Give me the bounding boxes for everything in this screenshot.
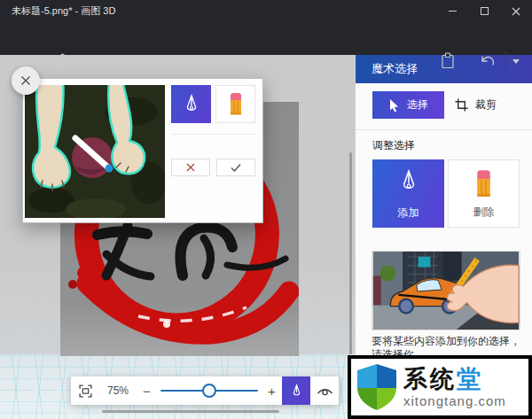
- confirm-selection-button[interactable]: [216, 159, 255, 176]
- undo-button[interactable]: [480, 54, 496, 67]
- popup-divider: [171, 134, 255, 135]
- select-tool-label: 选择: [407, 97, 428, 113]
- popup-erase-button[interactable]: [215, 85, 255, 123]
- watermark-domain: xitongtang.com: [403, 394, 506, 407]
- watermark-text: 系统堂 xitongtang.com: [403, 368, 506, 407]
- crop-tool-button[interactable]: 裁剪: [450, 91, 502, 119]
- preview-button[interactable]: [310, 376, 339, 405]
- horizontal-scrollbar[interactable]: [102, 410, 279, 413]
- history-dropdown[interactable]: [512, 59, 520, 64]
- selection-photo[interactable]: [25, 85, 165, 218]
- toolbar-separator: [505, 51, 506, 69]
- fit-to-screen-button[interactable]: [71, 376, 99, 405]
- magic-pen-icon: [290, 384, 303, 399]
- check-icon: [231, 163, 241, 172]
- vertical-scrollbar[interactable]: [349, 152, 352, 354]
- 3d-view-button[interactable]: [55, 53, 70, 68]
- window-controls: [436, 0, 532, 22]
- paste-button[interactable]: [441, 52, 455, 69]
- maximize-button[interactable]: [468, 0, 500, 22]
- crop-tool-label: 裁剪: [475, 97, 497, 113]
- crop-icon: [455, 98, 468, 112]
- window-title: 未标题-5.png* - 画图 3D: [0, 4, 115, 18]
- remove-from-selection-tile[interactable]: 删除: [448, 159, 520, 228]
- zoom-level: 75%: [99, 384, 137, 397]
- select-tool-button[interactable]: 选择: [372, 91, 444, 119]
- cursor-icon: [388, 98, 400, 113]
- add-to-selection-tile[interactable]: 添加: [372, 159, 444, 228]
- maximize-icon: [481, 7, 489, 15]
- x-icon: [186, 163, 195, 172]
- paint3d-window: 未标题-5.png* - 画图 3D: [0, 0, 532, 419]
- app-toolbar: [0, 22, 532, 55]
- chevron-down-icon: [75, 59, 82, 64]
- magic-select-illustration: [372, 251, 520, 330]
- draw-mode-button[interactable]: [282, 376, 310, 405]
- magic-pen-icon: [397, 168, 420, 195]
- delete-tile-label: 删除: [473, 205, 495, 220]
- undo-icon: [480, 54, 496, 67]
- minimize-icon: [449, 11, 457, 12]
- fit-screen-icon: [78, 384, 93, 399]
- menu-button[interactable]: [14, 55, 30, 66]
- minimize-button[interactable]: [436, 0, 468, 22]
- add-tile-label: 添加: [398, 206, 419, 221]
- watermark-badge: 系统堂 xitongtang.com: [348, 355, 532, 419]
- close-button[interactable]: [500, 0, 532, 22]
- popup-add-pen-button[interactable]: [171, 85, 211, 123]
- popup-close-button[interactable]: [12, 66, 40, 95]
- eye-icon: [317, 385, 333, 397]
- title-bar: 未标题-5.png* - 画图 3D: [0, 0, 532, 22]
- shield-logo-icon: [356, 363, 397, 411]
- adjust-selection-label: 调整选择: [372, 138, 415, 153]
- canvas-workspace: 75% − +: [0, 55, 355, 419]
- cancel-selection-button[interactable]: [171, 159, 210, 176]
- eraser-icon: [476, 169, 491, 199]
- sidebar-divider: [356, 129, 532, 130]
- zoom-out-button[interactable]: −: [137, 376, 157, 405]
- zoom-slider[interactable]: [157, 376, 262, 405]
- magic-pen-icon: [182, 94, 201, 115]
- close-icon: [20, 75, 31, 86]
- hamburger-icon: [14, 55, 30, 66]
- 3d-cube-icon: [55, 53, 70, 68]
- eraser-icon: [230, 92, 242, 117]
- chevron-down-icon: [512, 59, 520, 64]
- watermark-brand: 系统堂: [403, 368, 506, 392]
- zoom-in-button[interactable]: +: [262, 376, 282, 405]
- clipboard-icon: [441, 52, 455, 69]
- 3d-view-dropdown[interactable]: [75, 59, 82, 64]
- zoom-bar: 75% − +: [71, 376, 339, 405]
- magic-select-popup: [22, 78, 263, 223]
- zoom-slider-thumb[interactable]: [202, 384, 216, 398]
- close-icon: [512, 7, 520, 16]
